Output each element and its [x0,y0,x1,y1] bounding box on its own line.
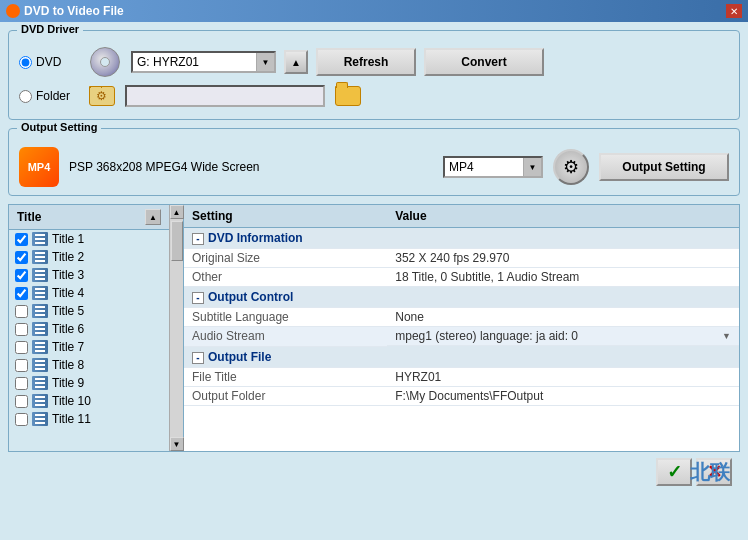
title-item[interactable]: Title 10 [9,392,169,410]
dvd-drive-dropdown-arrow[interactable]: ▼ [256,53,274,71]
output-setting-group-title: Output Setting [17,121,101,133]
title-checkbox[interactable] [15,377,28,390]
setting-name-cell: File Title [184,367,387,386]
dvd-driver-group: DVD Driver DVD G: HYRZ01 ▼ ▲ Refresh Con… [8,30,740,120]
title-item[interactable]: Title 8 [9,356,169,374]
setting-value-cell: F:\My Documents\FFOutput [387,386,739,405]
output-setting-group: Output Setting MP4 PSP 368x208 MPEG4 Wid… [8,128,740,196]
audio-stream-dropdown-arrow[interactable]: ▼ [722,331,731,341]
section-collapse-btn[interactable]: - [192,233,204,245]
title-film-icon [32,340,48,354]
title-film-icon [32,304,48,318]
title-checkbox[interactable] [15,269,28,282]
title-film-icon [32,322,48,336]
dvd-radio-label[interactable]: DVD [19,55,79,69]
app-icon [6,4,20,18]
title-checkbox[interactable] [15,359,28,372]
title-label: Title 6 [52,322,84,336]
folder-path-input[interactable] [125,85,325,107]
title-item[interactable]: Title 1 [9,230,169,248]
dvd-disc-icon [87,47,123,77]
scroll-up-button[interactable]: ▲ [145,209,161,225]
settings-row: File TitleHYRZ01 [184,367,739,386]
folder-radio-label[interactable]: Folder [19,89,79,103]
title-list-scrollbar[interactable]: ▲ ▼ [169,205,183,451]
title-item[interactable]: Title 3 [9,266,169,284]
section-header-row: -DVD Information [184,228,739,249]
folder-settings-icon[interactable] [87,83,117,109]
dvd-drive-select[interactable]: G: HYRZ01 ▼ [131,51,276,73]
dvd-radio[interactable] [19,56,32,69]
folder-radio[interactable] [19,90,32,103]
setting-value-cell: None [387,308,739,327]
section-collapse-btn[interactable]: - [192,292,204,304]
title-checkbox[interactable] [15,233,28,246]
eject-icon: ▲ [291,57,301,68]
settings-table: Setting Value -DVD InformationOriginal S… [184,205,739,406]
settings-panel: Setting Value -DVD InformationOriginal S… [184,205,739,451]
title-item[interactable]: Title 7 [9,338,169,356]
settings-gear-icon[interactable]: ⚙ [553,149,589,185]
watermark: 北联 [690,459,730,486]
bottom-section: Title ▲ Title 1Title 2Title 3Title 4Titl… [8,204,740,452]
close-button[interactable]: ✕ [726,4,742,18]
title-label: Title 8 [52,358,84,372]
title-label: Title 7 [52,340,84,354]
settings-row: Subtitle LanguageNone [184,308,739,327]
setting-name-cell: Subtitle Language [184,308,387,327]
format-description: PSP 368x208 MPEG4 Wide Screen [69,160,433,174]
title-item[interactable]: Title 11 [9,410,169,428]
setting-value-cell[interactable]: mpeg1 (stereo) language: ja aid: 0▼ [387,327,739,346]
browse-folder-button[interactable] [333,83,363,109]
title-label: Title 5 [52,304,84,318]
title-label: Title 2 [52,250,84,264]
bottom-actions: ✓ ✕ 北联 [8,452,740,492]
dvd-driver-group-title: DVD Driver [17,23,83,35]
setting-name-cell: Output Folder [184,386,387,405]
convert-button[interactable]: Convert [424,48,544,76]
format-type-dropdown-arrow[interactable]: ▼ [523,158,541,176]
title-list-header: Title ▲ [9,205,169,230]
scroll-arrow-down[interactable]: ▼ [170,437,184,451]
window-title: DVD to Video File [24,4,124,18]
setting-name-cell: Original Size [184,249,387,268]
title-label: Title 10 [52,394,91,408]
setting-value-cell: HYRZ01 [387,367,739,386]
eject-button[interactable]: ▲ [284,50,308,74]
setting-value-cell: 352 X 240 fps 29.970 [387,249,739,268]
title-checkbox[interactable] [15,251,28,264]
title-label: Title 4 [52,286,84,300]
section-collapse-btn[interactable]: - [192,352,204,364]
title-item[interactable]: Title 5 [9,302,169,320]
value-col-header: Value [387,205,739,228]
settings-row: Output FolderF:\My Documents\FFOutput [184,386,739,405]
title-item[interactable]: Title 2 [9,248,169,266]
setting-name-cell: Other [184,268,387,287]
scroll-arrow-up[interactable]: ▲ [170,205,184,219]
output-setting-button[interactable]: Output Setting [599,153,729,181]
title-film-icon [32,286,48,300]
ok-button[interactable]: ✓ [656,458,692,486]
settings-row: Original Size352 X 240 fps 29.970 [184,249,739,268]
scrollbar-thumb[interactable] [171,221,183,261]
title-item[interactable]: Title 9 [9,374,169,392]
title-checkbox[interactable] [15,341,28,354]
title-checkbox[interactable] [15,305,28,318]
title-checkbox[interactable] [15,287,28,300]
title-item[interactable]: Title 6 [9,320,169,338]
title-film-icon [32,232,48,246]
title-film-icon [32,394,48,408]
format-type-select[interactable]: MP4 ▼ [443,156,543,178]
title-film-icon [32,268,48,282]
setting-name-cell: Audio Stream [184,327,387,347]
settings-row: Other18 Title, 0 Subtitle, 1 Audio Strea… [184,268,739,287]
title-item[interactable]: Title 4 [9,284,169,302]
settings-row: Audio Streammpeg1 (stereo) language: ja … [184,327,739,347]
refresh-button[interactable]: Refresh [316,48,416,76]
title-checkbox[interactable] [15,395,28,408]
title-label: Title 11 [52,412,91,426]
ok-icon: ✓ [667,461,682,483]
title-checkbox[interactable] [15,323,28,336]
title-checkbox[interactable] [15,413,28,426]
section-header-row: -Output File [184,346,739,367]
